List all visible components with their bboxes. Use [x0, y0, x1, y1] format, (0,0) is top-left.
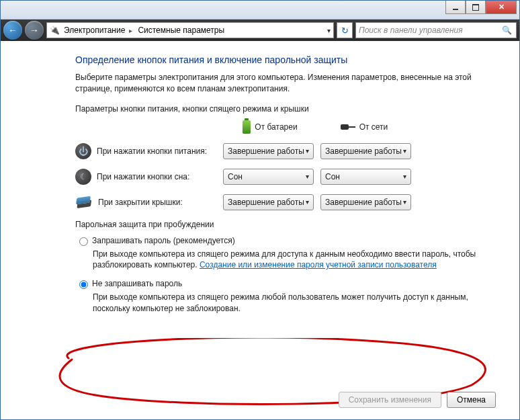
save-button[interactable]: Сохранить изменения	[339, 392, 441, 408]
page-title: Определение кнопок питания и включение п…	[75, 54, 478, 65]
window: ← → 🔌 Электропитание Системные параметры…	[0, 0, 520, 420]
search-icon[interactable]: 🔍	[502, 26, 512, 35]
titlebar	[1, 1, 519, 19]
sleep-icon	[75, 169, 91, 185]
radio-require-password-input[interactable]	[79, 237, 88, 246]
row-power-label: При нажатии кнопки питания:	[97, 146, 207, 156]
back-button[interactable]: ←	[3, 21, 22, 40]
row-power-button: При нажатии кнопки питания: Завершение р…	[75, 143, 478, 159]
sleep-ac-dropdown[interactable]: Сон	[320, 169, 411, 185]
power-battery-dropdown[interactable]: Завершение работы	[223, 143, 314, 159]
radio-require-password[interactable]: Запрашивать пароль (рекомендуется)	[79, 236, 478, 246]
navbar: ← → 🔌 Электропитание Системные параметры…	[1, 19, 519, 41]
refresh-button[interactable]: ↻	[337, 22, 353, 38]
radio-no-password[interactable]: Не запрашивать пароль	[79, 279, 478, 289]
plug-icon: 🔌	[50, 26, 60, 35]
minimize-button[interactable]	[445, 1, 466, 14]
row-lid-close: При закрытии крышки: Завершение работы З…	[75, 194, 478, 210]
cancel-button[interactable]: Отмена	[447, 392, 496, 408]
section-password-header: Парольная защита при пробуждении	[75, 220, 478, 229]
footer-buttons: Сохранить изменения Отмена	[339, 392, 496, 408]
search-placeholder: Поиск в панели управления	[359, 26, 463, 35]
sleep-battery-dropdown[interactable]: Сон	[223, 169, 314, 185]
col-battery: От батареи	[223, 120, 317, 134]
row-sleep-button: При нажатии кнопки сна: Сон Сон	[75, 169, 478, 185]
radio-no-password-desc: При выходе компьютера из спящего режима …	[93, 292, 478, 314]
col-ac: От сети	[317, 120, 411, 134]
close-button[interactable]	[486, 1, 517, 14]
radio-require-password-label: Запрашивать пароль (рекомендуется)	[92, 236, 235, 245]
radio-no-password-input[interactable]	[79, 280, 88, 289]
col-battery-label: От батареи	[255, 122, 297, 132]
search-input[interactable]: Поиск в панели управления 🔍	[355, 22, 517, 38]
lid-battery-dropdown[interactable]: Завершение работы	[223, 194, 314, 210]
create-password-link[interactable]: Создание или изменение пароля учетной за…	[200, 260, 437, 269]
row-lid-label: При закрытии крышки:	[98, 198, 183, 207]
radio-require-password-desc: При выходе компьютера из спящего режима …	[93, 249, 478, 271]
lid-icon	[75, 194, 93, 210]
address-bar[interactable]: 🔌 Электропитание Системные параметры ▾	[46, 22, 334, 38]
battery-icon	[243, 120, 251, 134]
forward-button[interactable]: →	[25, 21, 44, 40]
plug-icon	[341, 123, 355, 131]
maximize-button[interactable]	[466, 1, 486, 14]
radio-no-password-label: Не запрашивать пароль	[92, 279, 182, 288]
row-sleep-label: При нажатии кнопки сна:	[97, 172, 189, 181]
section-buttons-header: Параметры кнопки питания, кнопки спящего…	[75, 104, 478, 114]
power-icon	[75, 143, 91, 159]
col-ac-label: От сети	[359, 122, 388, 132]
content-pane: Определение кнопок питания и включение п…	[1, 42, 519, 419]
chevron-down-icon[interactable]: ▾	[327, 27, 331, 34]
breadcrumb-seg-2[interactable]: Системные параметры	[138, 26, 224, 35]
page-description: Выберите параметры электропитания для эт…	[75, 72, 478, 95]
breadcrumb-seg-1[interactable]: Электропитание	[64, 26, 134, 35]
lid-ac-dropdown[interactable]: Завершение работы	[320, 194, 411, 210]
power-ac-dropdown[interactable]: Завершение работы	[320, 143, 411, 159]
window-controls	[445, 1, 517, 14]
